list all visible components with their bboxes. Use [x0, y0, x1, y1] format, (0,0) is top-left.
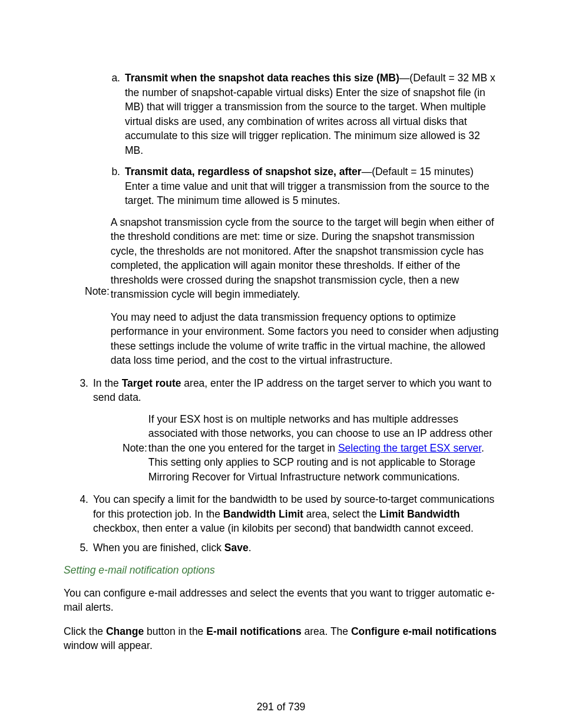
note-body: If your ESX host is on multiple networks… — [148, 412, 500, 485]
link-selecting-target-esx[interactable]: Selecting the target ESX server — [338, 442, 481, 454]
list-item-3: In the Target route area, enter the IP a… — [85, 376, 500, 485]
alpha-a-text: —(Default = 32 MB x the number of snapsh… — [125, 72, 495, 156]
item4-t3: checkbox, then enter a value (in kilobit… — [93, 522, 474, 534]
numbered-list: Transmit when the snapshot data reaches … — [64, 71, 500, 555]
item5-t2: . — [249, 542, 252, 554]
item5-b1: Save — [224, 542, 249, 554]
alpha-item-a: Transmit when the snapshot data reaches … — [117, 71, 500, 157]
item5-t1: When you are finished, click — [93, 542, 224, 554]
note2-paragraph: If your ESX host is on multiple networks… — [148, 412, 500, 485]
note1-paragraph-1: A snapshot transmission cycle from the s… — [111, 215, 500, 302]
document-page: Transmit when the snapshot data reaches … — [0, 0, 562, 728]
alpha-item-b: Transmit data, regardless of snapshot si… — [117, 164, 500, 208]
note-label: Note: — [85, 284, 111, 299]
item4-b1: Bandwidth Limit — [223, 508, 303, 520]
note-label: Note: — [123, 441, 148, 456]
note-body: A snapshot transmission cycle from the s… — [111, 215, 500, 368]
p2-b2: E-mail notifications — [206, 625, 301, 637]
page-footer: 291 of 739 — [0, 700, 562, 714]
section-heading-email: Setting e-mail notification options — [64, 563, 500, 578]
alpha-a-title: Transmit when the snapshot data reaches … — [125, 72, 399, 84]
item4-b2: Limit Bandwidth — [379, 508, 459, 520]
p2-b3: Configure e-mail notifications — [351, 625, 497, 637]
p2-t3: area. The — [302, 625, 351, 637]
note-block-1: Note: A snapshot transmission cycle from… — [85, 215, 500, 368]
paragraph-email-change: Click the Change button in the E-mail no… — [64, 624, 500, 653]
item3-pre: In the — [93, 377, 122, 389]
note-block-2: Note: If your ESX host is on multiple ne… — [123, 412, 500, 485]
list-item-continuation: Transmit when the snapshot data reaches … — [64, 71, 500, 368]
list-item-5: When you are finished, click Save. — [85, 541, 500, 555]
p2-t2: button in the — [144, 625, 206, 637]
item4-t2: area, select the — [303, 508, 379, 520]
item3-bold: Target route — [122, 377, 181, 389]
alpha-list: Transmit when the snapshot data reaches … — [85, 71, 500, 208]
p2-b1: Change — [106, 625, 144, 637]
p2-t1: Click the — [64, 625, 106, 637]
p2-t4: window will appear. — [64, 640, 153, 651]
list-item-4: You can specify a limit for the bandwidt… — [85, 492, 500, 536]
alpha-b-title: Transmit data, regardless of snapshot si… — [125, 166, 362, 177]
note1-paragraph-2: You may need to adjust the data transmis… — [111, 310, 500, 368]
paragraph-email-intro: You can configure e-mail addresses and s… — [64, 586, 500, 615]
